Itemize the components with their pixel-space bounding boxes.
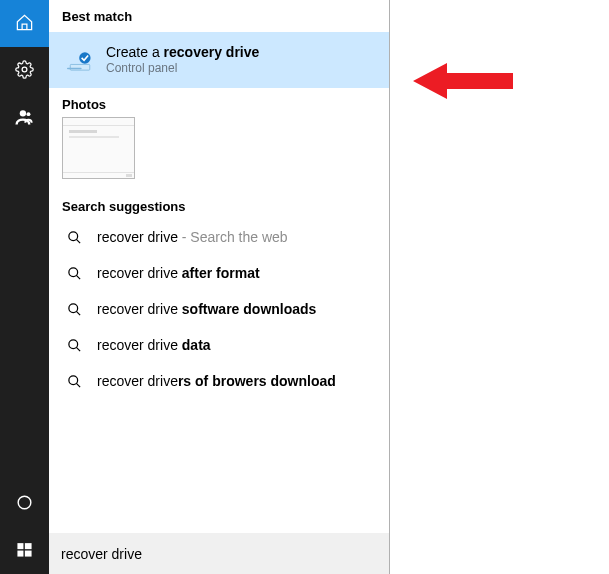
cortana-icon bbox=[15, 493, 34, 515]
home-icon bbox=[15, 13, 34, 35]
recovery-drive-icon bbox=[67, 51, 93, 76]
svg-line-14 bbox=[76, 275, 80, 279]
windows-icon bbox=[16, 541, 33, 561]
svg-marker-21 bbox=[413, 63, 513, 99]
search-suggestion[interactable]: recover drive data bbox=[62, 327, 376, 363]
search-icon bbox=[65, 230, 83, 245]
svg-point-19 bbox=[68, 375, 77, 384]
search-box[interactable] bbox=[49, 533, 389, 574]
suggestion-text: recover drive software downloads bbox=[97, 301, 316, 317]
suggestions-header: Search suggestions bbox=[62, 199, 376, 214]
taskbar-settings-button[interactable] bbox=[0, 47, 49, 94]
svg-point-15 bbox=[68, 303, 77, 312]
suggestions-section: Search suggestions recover drive - Searc… bbox=[49, 182, 389, 402]
search-panel: Best match Create a recovery drive Contr… bbox=[49, 0, 390, 574]
search-suggestion[interactable]: recover drive software downloads bbox=[62, 291, 376, 327]
svg-point-17 bbox=[68, 339, 77, 348]
svg-rect-4 bbox=[17, 543, 23, 549]
svg-point-2 bbox=[26, 112, 30, 116]
svg-rect-9 bbox=[67, 67, 82, 69]
search-icon bbox=[65, 374, 83, 389]
best-match-title: Create a recovery drive bbox=[106, 44, 259, 62]
photos-header: Photos bbox=[62, 97, 376, 112]
search-suggestion[interactable]: recover drivers of browers download bbox=[62, 363, 376, 399]
svg-point-3 bbox=[18, 496, 31, 509]
suggestion-text: recover drivers of browers download bbox=[97, 373, 336, 389]
best-match-result[interactable]: Create a recovery drive Control panel bbox=[49, 32, 389, 88]
svg-rect-7 bbox=[25, 550, 32, 556]
suggestion-text: recover drive - Search the web bbox=[97, 229, 288, 245]
gear-icon bbox=[15, 60, 34, 82]
suggestion-text: recover drive data bbox=[97, 337, 211, 353]
svg-point-1 bbox=[20, 110, 26, 116]
search-suggestion[interactable]: recover drive - Search the web bbox=[62, 219, 376, 255]
best-match-subtitle: Control panel bbox=[106, 61, 259, 76]
arrow-annotation bbox=[413, 63, 513, 102]
svg-point-13 bbox=[68, 267, 77, 276]
svg-line-16 bbox=[76, 311, 80, 315]
taskbar-start-button[interactable] bbox=[0, 527, 49, 574]
photos-section: Photos bbox=[49, 88, 389, 182]
best-match-header: Best match bbox=[62, 9, 376, 24]
search-input[interactable] bbox=[61, 546, 377, 562]
taskbar-home-button[interactable] bbox=[0, 0, 49, 47]
best-match-section: Best match bbox=[49, 0, 389, 32]
svg-rect-5 bbox=[25, 543, 32, 549]
svg-line-18 bbox=[76, 347, 80, 351]
user-icon bbox=[15, 107, 34, 129]
search-icon bbox=[65, 266, 83, 281]
svg-line-20 bbox=[76, 383, 80, 387]
svg-rect-6 bbox=[17, 550, 23, 556]
taskbar bbox=[0, 0, 49, 574]
search-icon bbox=[65, 302, 83, 317]
svg-point-10 bbox=[79, 52, 90, 63]
svg-point-11 bbox=[68, 231, 77, 240]
taskbar-cortana-button[interactable] bbox=[0, 480, 49, 527]
search-icon bbox=[65, 338, 83, 353]
taskbar-user-button[interactable] bbox=[0, 94, 49, 141]
photo-thumbnail[interactable] bbox=[62, 117, 135, 179]
svg-line-12 bbox=[76, 239, 80, 243]
suggestion-text: recover drive after format bbox=[97, 265, 260, 281]
svg-point-0 bbox=[22, 67, 27, 72]
search-suggestion[interactable]: recover drive after format bbox=[62, 255, 376, 291]
